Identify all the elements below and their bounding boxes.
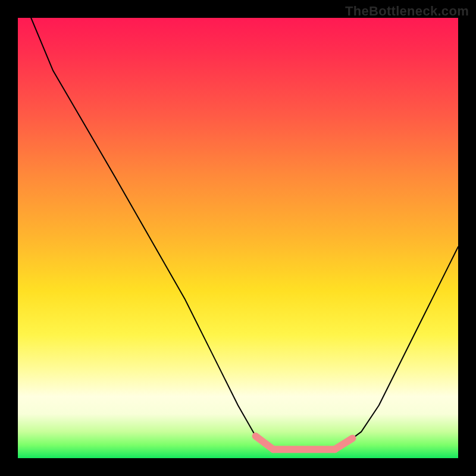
plot-area bbox=[18, 18, 458, 458]
curve-highlight-group bbox=[256, 436, 353, 449]
curve-highlight bbox=[335, 439, 353, 450]
watermark-text: TheBottleneck.com bbox=[345, 4, 469, 19]
bottleneck-curve bbox=[18, 18, 458, 458]
chart-frame: TheBottleneck.com bbox=[0, 0, 476, 476]
curve-path bbox=[31, 18, 458, 452]
